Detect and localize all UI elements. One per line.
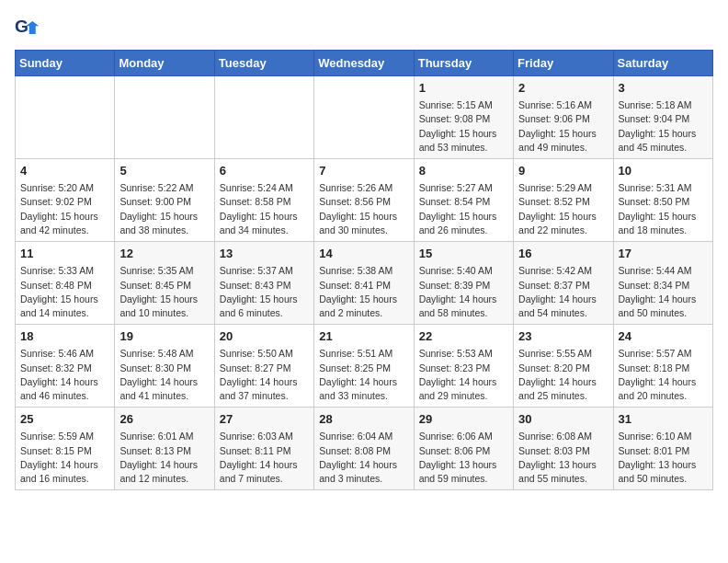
calendar-cell: 18Sunrise: 5:46 AM Sunset: 8:32 PM Dayli… xyxy=(16,325,115,408)
day-number: 26 xyxy=(119,411,209,428)
day-number: 27 xyxy=(220,411,309,428)
calendar-cell: 8Sunrise: 5:27 AM Sunset: 8:54 PM Daylig… xyxy=(414,159,513,242)
day-number: 15 xyxy=(419,246,508,262)
calendar-cell: 16Sunrise: 5:42 AM Sunset: 8:37 PM Dayli… xyxy=(514,242,613,325)
calendar-cell xyxy=(314,76,414,159)
day-number: 31 xyxy=(619,411,708,428)
day-info: Sunrise: 5:50 AM Sunset: 8:27 PM Dayligh… xyxy=(220,347,309,403)
calendar-cell: 30Sunrise: 6:08 AM Sunset: 8:03 PM Dayli… xyxy=(514,408,613,490)
weekday-header-thursday: Thursday xyxy=(414,51,513,76)
calendar-cell: 20Sunrise: 5:50 AM Sunset: 8:27 PM Dayli… xyxy=(214,325,313,408)
weekday-header-tuesday: Tuesday xyxy=(214,51,313,76)
day-info: Sunrise: 5:57 AM Sunset: 8:18 PM Dayligh… xyxy=(619,347,708,403)
day-number: 1 xyxy=(419,80,508,97)
day-number: 23 xyxy=(518,328,608,345)
day-info: Sunrise: 5:51 AM Sunset: 8:25 PM Dayligh… xyxy=(319,347,408,403)
day-info: Sunrise: 6:03 AM Sunset: 8:11 PM Dayligh… xyxy=(220,430,309,486)
calendar-cell: 9Sunrise: 5:29 AM Sunset: 8:52 PM Daylig… xyxy=(514,159,613,242)
day-number: 7 xyxy=(319,163,408,179)
day-number: 6 xyxy=(220,163,309,179)
day-info: Sunrise: 5:24 AM Sunset: 8:58 PM Dayligh… xyxy=(220,181,309,237)
day-number: 10 xyxy=(619,163,708,179)
calendar-cell: 14Sunrise: 5:38 AM Sunset: 8:41 PM Dayli… xyxy=(314,242,414,325)
day-number: 8 xyxy=(419,163,508,179)
day-info: Sunrise: 5:37 AM Sunset: 8:43 PM Dayligh… xyxy=(220,264,309,320)
day-info: Sunrise: 6:04 AM Sunset: 8:08 PM Dayligh… xyxy=(319,430,408,486)
day-info: Sunrise: 5:29 AM Sunset: 8:52 PM Dayligh… xyxy=(518,181,608,237)
calendar-cell: 3Sunrise: 5:18 AM Sunset: 9:04 PM Daylig… xyxy=(613,76,712,159)
day-number: 12 xyxy=(119,246,209,262)
day-info: Sunrise: 6:01 AM Sunset: 8:13 PM Dayligh… xyxy=(119,430,209,486)
calendar-cell: 27Sunrise: 6:03 AM Sunset: 8:11 PM Dayli… xyxy=(214,408,313,490)
day-number: 28 xyxy=(319,411,408,428)
day-info: Sunrise: 5:20 AM Sunset: 9:02 PM Dayligh… xyxy=(20,181,109,237)
calendar-cell: 19Sunrise: 5:48 AM Sunset: 8:30 PM Dayli… xyxy=(115,325,214,408)
day-info: Sunrise: 5:55 AM Sunset: 8:20 PM Dayligh… xyxy=(518,347,608,403)
day-number: 30 xyxy=(518,411,608,428)
calendar-table: SundayMondayTuesdayWednesdayThursdayFrid… xyxy=(15,50,713,490)
day-number: 18 xyxy=(20,328,109,345)
calendar-cell: 25Sunrise: 5:59 AM Sunset: 8:15 PM Dayli… xyxy=(16,408,115,490)
calendar-cell: 15Sunrise: 5:40 AM Sunset: 8:39 PM Dayli… xyxy=(414,242,513,325)
day-info: Sunrise: 5:48 AM Sunset: 8:30 PM Dayligh… xyxy=(119,347,209,403)
calendar-cell: 26Sunrise: 6:01 AM Sunset: 8:13 PM Dayli… xyxy=(115,408,214,490)
day-number: 16 xyxy=(518,246,608,262)
svg-text:G: G xyxy=(15,17,28,36)
calendar-cell: 11Sunrise: 5:33 AM Sunset: 8:48 PM Dayli… xyxy=(16,242,115,325)
calendar-cell: 10Sunrise: 5:31 AM Sunset: 8:50 PM Dayli… xyxy=(613,159,712,242)
day-info: Sunrise: 5:15 AM Sunset: 9:08 PM Dayligh… xyxy=(419,98,508,155)
day-number: 22 xyxy=(419,328,508,345)
calendar-cell: 12Sunrise: 5:35 AM Sunset: 8:45 PM Dayli… xyxy=(115,242,214,325)
calendar-cell: 5Sunrise: 5:22 AM Sunset: 9:00 PM Daylig… xyxy=(115,159,214,242)
day-info: Sunrise: 6:06 AM Sunset: 8:06 PM Dayligh… xyxy=(419,430,508,486)
day-info: Sunrise: 5:44 AM Sunset: 8:34 PM Dayligh… xyxy=(619,264,708,320)
day-info: Sunrise: 5:22 AM Sunset: 9:00 PM Dayligh… xyxy=(119,181,209,237)
calendar-cell: 22Sunrise: 5:53 AM Sunset: 8:23 PM Dayli… xyxy=(414,325,513,408)
day-info: Sunrise: 5:33 AM Sunset: 8:48 PM Dayligh… xyxy=(20,264,109,320)
calendar-cell xyxy=(16,76,115,159)
day-number: 20 xyxy=(220,328,309,345)
day-info: Sunrise: 6:10 AM Sunset: 8:01 PM Dayligh… xyxy=(619,430,708,486)
weekday-header-saturday: Saturday xyxy=(613,51,712,76)
calendar-cell: 24Sunrise: 5:57 AM Sunset: 8:18 PM Dayli… xyxy=(613,325,712,408)
day-number: 13 xyxy=(220,246,309,262)
calendar-cell: 1Sunrise: 5:15 AM Sunset: 9:08 PM Daylig… xyxy=(414,76,513,159)
calendar-cell: 29Sunrise: 6:06 AM Sunset: 8:06 PM Dayli… xyxy=(414,408,513,490)
day-number: 9 xyxy=(518,163,608,179)
calendar-cell: 23Sunrise: 5:55 AM Sunset: 8:20 PM Dayli… xyxy=(514,325,613,408)
calendar-cell xyxy=(115,76,214,159)
day-number: 21 xyxy=(319,328,408,345)
day-info: Sunrise: 5:35 AM Sunset: 8:45 PM Dayligh… xyxy=(119,264,209,320)
weekday-header-friday: Friday xyxy=(514,51,613,76)
day-info: Sunrise: 5:53 AM Sunset: 8:23 PM Dayligh… xyxy=(419,347,508,403)
calendar-cell: 7Sunrise: 5:26 AM Sunset: 8:56 PM Daylig… xyxy=(314,159,414,242)
day-number: 11 xyxy=(20,246,109,262)
day-number: 4 xyxy=(20,163,109,179)
day-number: 14 xyxy=(319,246,408,262)
day-number: 3 xyxy=(619,80,708,97)
day-info: Sunrise: 5:18 AM Sunset: 9:04 PM Dayligh… xyxy=(619,98,708,155)
day-number: 5 xyxy=(119,163,209,179)
day-number: 17 xyxy=(619,246,708,262)
logo-icon: G xyxy=(15,15,40,40)
logo: G xyxy=(15,15,44,40)
day-info: Sunrise: 5:46 AM Sunset: 8:32 PM Dayligh… xyxy=(20,347,109,403)
day-info: Sunrise: 5:27 AM Sunset: 8:54 PM Dayligh… xyxy=(419,181,508,237)
day-info: Sunrise: 6:08 AM Sunset: 8:03 PM Dayligh… xyxy=(518,430,608,486)
weekday-header-sunday: Sunday xyxy=(16,51,115,76)
weekday-header-monday: Monday xyxy=(115,51,214,76)
weekday-header-wednesday: Wednesday xyxy=(314,51,414,76)
day-info: Sunrise: 5:40 AM Sunset: 8:39 PM Dayligh… xyxy=(419,264,508,320)
calendar-cell: 13Sunrise: 5:37 AM Sunset: 8:43 PM Dayli… xyxy=(214,242,313,325)
page-header: G xyxy=(15,15,713,40)
calendar-cell: 17Sunrise: 5:44 AM Sunset: 8:34 PM Dayli… xyxy=(613,242,712,325)
calendar-cell xyxy=(214,76,313,159)
day-number: 25 xyxy=(20,411,109,428)
calendar-cell: 2Sunrise: 5:16 AM Sunset: 9:06 PM Daylig… xyxy=(514,76,613,159)
day-info: Sunrise: 5:38 AM Sunset: 8:41 PM Dayligh… xyxy=(319,264,408,320)
calendar-cell: 31Sunrise: 6:10 AM Sunset: 8:01 PM Dayli… xyxy=(613,408,712,490)
day-info: Sunrise: 5:16 AM Sunset: 9:06 PM Dayligh… xyxy=(518,98,608,155)
day-info: Sunrise: 5:42 AM Sunset: 8:37 PM Dayligh… xyxy=(518,264,608,320)
calendar-cell: 28Sunrise: 6:04 AM Sunset: 8:08 PM Dayli… xyxy=(314,408,414,490)
calendar-cell: 21Sunrise: 5:51 AM Sunset: 8:25 PM Dayli… xyxy=(314,325,414,408)
